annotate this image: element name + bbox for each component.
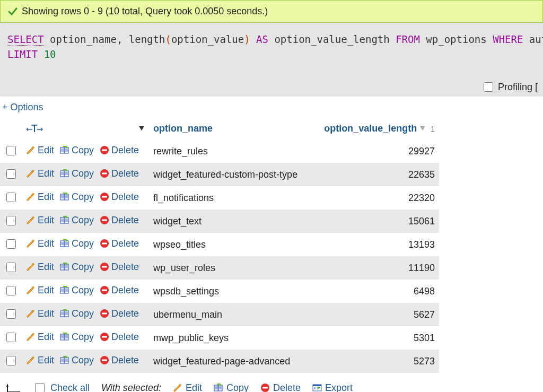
row-edit[interactable]: Edit xyxy=(26,238,54,249)
row-copy[interactable]: Copy xyxy=(60,285,94,296)
row-checkbox[interactable] xyxy=(6,239,16,249)
footer-export[interactable]: Export xyxy=(312,382,353,392)
copy-icon xyxy=(60,285,69,295)
table-row: Edit Copy Delete ubermenu_main 5627 xyxy=(0,303,439,326)
copy-icon xyxy=(60,169,69,178)
row-copy[interactable]: Copy xyxy=(60,215,94,226)
row-delete[interactable]: Delete xyxy=(100,332,139,343)
row-checkbox[interactable] xyxy=(6,333,16,342)
cell-option-value-length: 22635 xyxy=(312,163,439,186)
cell-option-value-length: 11190 xyxy=(312,256,439,280)
row-copy[interactable]: Copy xyxy=(60,262,94,273)
cell-option-name: wpsdb_settings xyxy=(149,280,312,303)
row-edit[interactable]: Edit xyxy=(26,285,54,296)
row-checkbox[interactable] xyxy=(6,263,16,272)
row-edit[interactable]: Edit xyxy=(26,145,54,156)
table-row: Edit Copy Delete widget_text 15061 xyxy=(0,210,439,233)
cell-option-value-length: 5301 xyxy=(312,326,439,350)
cell-option-value-length: 13193 xyxy=(312,233,439,256)
row-delete[interactable]: Delete xyxy=(100,285,139,296)
row-delete[interactable]: Delete xyxy=(100,238,139,249)
cell-option-name: widget_featured-page-advanced xyxy=(149,350,312,373)
cell-option-name: widget_text xyxy=(149,210,312,233)
success-text: Showing rows 0 - 9 (10 total, Query took… xyxy=(22,6,268,17)
cell-option-value-length: 5273 xyxy=(312,350,439,373)
delete-icon xyxy=(100,215,109,225)
table-row: Edit Copy Delete mwp_public_keys 5301 xyxy=(0,326,439,350)
copy-icon xyxy=(60,239,69,248)
column-option-name[interactable]: option_name xyxy=(149,117,312,140)
table-row: Edit Copy Delete wp_user_roles 11190 xyxy=(0,256,439,280)
row-copy[interactable]: Copy xyxy=(60,332,94,343)
edit-icon xyxy=(26,332,36,342)
cell-option-value-length: 5627 xyxy=(312,303,439,326)
delete-icon xyxy=(100,355,109,365)
row-edit[interactable]: Edit xyxy=(26,332,54,343)
table-row: Edit Copy Delete wpsdb_settings 6498 xyxy=(0,280,439,303)
check-all-link[interactable]: Check all xyxy=(50,382,90,392)
table-row: Edit Copy Delete wpseo_titles 13193 xyxy=(0,233,439,256)
row-delete[interactable]: Delete xyxy=(100,262,139,273)
footer-actions: Check all With selected: Edit Copy Delet… xyxy=(0,373,543,392)
row-checkbox[interactable] xyxy=(6,216,16,225)
sql-query-box: SELECT option_name, length(option_value)… xyxy=(0,23,543,67)
edit-icon xyxy=(26,169,36,178)
edit-icon xyxy=(26,262,36,272)
options-toggle[interactable]: + Options xyxy=(0,97,543,117)
row-nav-arrows[interactable]: ←T→ xyxy=(26,122,42,135)
column-option-value-length[interactable]: option_value_length 1 xyxy=(312,117,439,140)
row-checkbox[interactable] xyxy=(6,309,16,319)
row-checkbox[interactable] xyxy=(6,286,16,295)
row-checkbox[interactable] xyxy=(6,193,16,202)
row-delete[interactable]: Delete xyxy=(100,308,139,319)
row-delete[interactable]: Delete xyxy=(100,191,139,203)
edit-icon xyxy=(26,192,36,202)
row-edit[interactable]: Edit xyxy=(26,191,54,203)
table-row: Edit Copy Delete widget_featured-page-ad… xyxy=(0,350,439,373)
row-delete[interactable]: Delete xyxy=(100,168,139,179)
row-delete[interactable]: Delete xyxy=(100,145,139,156)
cell-option-name: wp_user_roles xyxy=(149,256,312,280)
row-copy[interactable]: Copy xyxy=(60,355,94,366)
row-checkbox[interactable] xyxy=(6,146,16,155)
row-edit[interactable]: Edit xyxy=(26,355,54,366)
copy-icon xyxy=(60,309,69,318)
row-copy[interactable]: Copy xyxy=(60,308,94,319)
delete-icon xyxy=(100,145,109,155)
copy-icon xyxy=(60,332,69,342)
row-edit[interactable]: Edit xyxy=(26,168,54,179)
cell-option-value-length: 22320 xyxy=(312,186,439,210)
delete-icon xyxy=(260,383,270,392)
cell-option-name: fl_notifications xyxy=(149,186,312,210)
table-row: Edit Copy Delete widget_featured-custom-… xyxy=(0,163,439,186)
row-copy[interactable]: Copy xyxy=(60,168,94,179)
row-edit[interactable]: Edit xyxy=(26,308,54,319)
profiling-checkbox[interactable] xyxy=(484,82,493,92)
row-copy[interactable]: Copy xyxy=(60,191,94,203)
footer-copy[interactable]: Copy xyxy=(214,382,249,392)
copy-icon xyxy=(60,262,69,272)
footer-edit[interactable]: Edit xyxy=(173,382,202,392)
row-copy[interactable]: Copy xyxy=(60,238,94,249)
copy-icon xyxy=(60,145,69,155)
row-checkbox[interactable] xyxy=(6,169,16,179)
row-copy[interactable]: Copy xyxy=(60,145,94,156)
row-delete[interactable]: Delete xyxy=(100,355,139,366)
profiling-bar: Profiling [ xyxy=(0,67,543,97)
footer-delete[interactable]: Delete xyxy=(260,382,301,392)
row-edit[interactable]: Edit xyxy=(26,215,54,226)
actions-sort-icon[interactable] xyxy=(138,123,145,134)
edit-icon xyxy=(173,383,182,392)
edit-icon xyxy=(26,215,36,225)
export-icon xyxy=(312,383,322,392)
with-selected-label: With selected: xyxy=(101,382,161,392)
edit-icon xyxy=(26,355,36,365)
delete-icon xyxy=(100,169,109,178)
cell-option-name: widget_featured-custom-post-type xyxy=(149,163,312,186)
row-edit[interactable]: Edit xyxy=(26,262,54,273)
row-checkbox[interactable] xyxy=(6,356,16,365)
check-all-checkbox[interactable] xyxy=(35,383,45,392)
delete-icon xyxy=(100,285,109,295)
delete-icon xyxy=(100,239,109,248)
row-delete[interactable]: Delete xyxy=(100,215,139,226)
